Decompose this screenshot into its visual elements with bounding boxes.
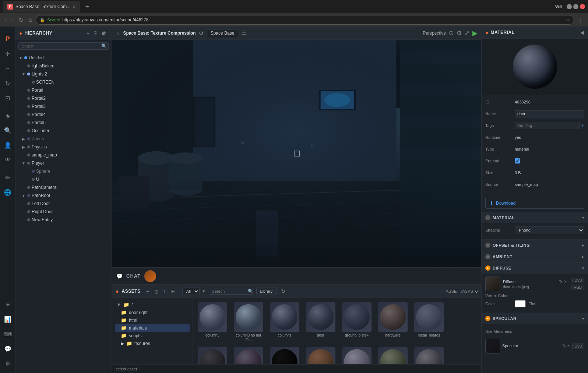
- address-bar[interactable]: 🔒 Secure https://playcanvas.com/editor/s…: [36, 15, 574, 25]
- eye-button[interactable]: 👁: [1, 153, 14, 166]
- tree-item-leftdoor[interactable]: Left Door: [15, 200, 112, 208]
- asset-door[interactable]: door: [304, 301, 337, 343]
- specular-remove-button[interactable]: ×: [567, 343, 570, 348]
- expand-icon-textures[interactable]: ▶: [121, 341, 124, 346]
- tree-item-zones[interactable]: ▶ Zones: [15, 135, 112, 143]
- name-input[interactable]: [515, 110, 584, 117]
- rotate-tool-button[interactable]: ↻: [1, 77, 14, 90]
- tags-input[interactable]: [515, 122, 580, 129]
- chat-side-button[interactable]: 💬: [1, 342, 14, 355]
- tree-item-sphere[interactable]: Sphere: [15, 167, 112, 175]
- asset-monitor[interactable]: monitor: [196, 346, 229, 364]
- viewport[interactable]: ≡ □: [112, 40, 481, 267]
- assets-delete-button[interactable]: 🗑: [152, 288, 161, 295]
- refresh-assets-button[interactable]: ↻: [279, 288, 287, 295]
- assets-search-input[interactable]: [209, 288, 253, 295]
- asset-columns[interactable]: columns: [268, 301, 301, 343]
- tree-item-portal2[interactable]: Portal2: [15, 94, 112, 102]
- settings-side-button[interactable]: ⚙: [1, 357, 14, 370]
- specular-section-header[interactable]: ● SPECULAR ▾: [482, 313, 588, 324]
- hierarchy-copy-button[interactable]: ⎘: [92, 29, 98, 37]
- specular-uv-badge[interactable]: UV0: [572, 344, 584, 349]
- expand-icon[interactable]: ▼: [21, 161, 26, 165]
- user-button[interactable]: 👤: [1, 138, 14, 152]
- assets-filter-select[interactable]: All: [182, 288, 200, 295]
- play-button[interactable]: ▶: [472, 29, 478, 37]
- select-tool-button[interactable]: ✛: [1, 47, 14, 60]
- color-swatch[interactable]: [515, 300, 526, 307]
- extensions-button[interactable]: ⋮: [576, 16, 585, 24]
- folder-door-right[interactable]: 📁 door right: [115, 309, 190, 316]
- offset-section-header[interactable]: ○ OFFSET & TILING ▸: [482, 239, 588, 251]
- tree-item-rightdoor[interactable]: Right Door: [15, 208, 112, 216]
- forward-button[interactable]: ›: [10, 16, 15, 24]
- layers-button[interactable]: ◈: [1, 109, 14, 122]
- expand-icon[interactable]: ▶: [21, 137, 26, 141]
- paint-button[interactable]: ✏: [1, 171, 14, 184]
- playcanvas-logo-button[interactable]: P: [1, 32, 14, 46]
- folder-textures[interactable]: ▶ 📁 textures: [115, 339, 190, 347]
- asset-pipe[interactable]: pipe: [232, 346, 265, 364]
- home-button[interactable]: ⌂: [27, 16, 34, 24]
- folder-materials[interactable]: 📁 materials: [115, 324, 190, 332]
- bookmark-icon[interactable]: ☆: [566, 17, 570, 22]
- scene-menu-button[interactable]: ☰: [241, 29, 246, 36]
- asset-hardware[interactable]: hardware: [376, 301, 409, 343]
- asset-plates4[interactable]: plates4: [412, 346, 446, 364]
- back-button[interactable]: ‹: [3, 16, 8, 24]
- asset-plate4[interactable]: plate4: [340, 346, 373, 364]
- render-settings-button[interactable]: ⚙: [457, 29, 462, 36]
- tree-item-lights2[interactable]: ▼ Lights 2: [15, 70, 112, 78]
- expand-icon[interactable]: ▼: [21, 193, 26, 198]
- assets-add-button[interactable]: +: [145, 288, 151, 295]
- code-button[interactable]: ⌨: [1, 327, 14, 341]
- tree-item-screen[interactable]: SCREEN: [15, 78, 112, 86]
- tree-item-samplemap[interactable]: sample_map: [15, 151, 112, 159]
- search-button[interactable]: 🔍: [1, 124, 14, 137]
- tree-item-newentity[interactable]: New Entity: [15, 216, 112, 224]
- asset-column3norm[interactable]: column3 no norm...: [232, 301, 265, 343]
- scale-tool-button[interactable]: ⊡: [1, 91, 14, 105]
- home-icon[interactable]: ⌂: [116, 30, 119, 36]
- tree-item-pathcamera[interactable]: PathCamera: [15, 183, 112, 191]
- tree-item-portal3[interactable]: Portal3: [15, 102, 112, 110]
- folder-root[interactable]: ▼ 📁 /: [115, 301, 190, 309]
- hierarchy-delete-button[interactable]: 🗑: [100, 29, 108, 37]
- shading-select[interactable]: Phong: [515, 226, 584, 234]
- expand-icon[interactable]: ▶: [21, 145, 26, 149]
- asset-pipes2[interactable]: pipes2: [304, 346, 337, 364]
- inspector-collapse-button[interactable]: ◀: [580, 29, 584, 35]
- material-section-header[interactable]: MATERIAL ▾: [482, 212, 588, 223]
- tree-item-untitled[interactable]: ▼ Untitled: [15, 54, 112, 62]
- diffuse-section-header[interactable]: ● DIFFUSE ▾: [482, 262, 588, 274]
- scene-settings-button[interactable]: ⚙: [199, 30, 204, 36]
- tree-item-ui[interactable]: UI: [15, 175, 112, 183]
- expand-icon[interactable]: ▼: [18, 56, 23, 60]
- asset-plates3[interactable]: plates3: [376, 346, 409, 364]
- expand-icon[interactable]: ▼: [21, 72, 26, 76]
- camera-settings-button[interactable]: ⊙: [449, 29, 454, 36]
- specular-edit-button[interactable]: ✎: [562, 343, 566, 348]
- folder-html[interactable]: 📁 html: [115, 316, 190, 324]
- browser-tab[interactable]: P Space Base: Texture Com... ×: [3, 1, 80, 13]
- minimize-button[interactable]: −: [567, 4, 572, 9]
- graph-button[interactable]: 📊: [1, 313, 14, 326]
- globe-button[interactable]: 🌐: [1, 186, 14, 199]
- tree-item-occluder[interactable]: Occluder: [15, 127, 112, 135]
- close-button[interactable]: ×: [580, 4, 585, 9]
- tree-item-portal5[interactable]: Portal5: [15, 119, 112, 127]
- asset-column3[interactable]: column3: [196, 301, 229, 343]
- assets-grid-button[interactable]: ⊞: [169, 288, 176, 295]
- uv-badge[interactable]: UV0: [572, 278, 584, 283]
- tree-item-portal4[interactable]: Portal4: [15, 110, 112, 119]
- folder-scripts[interactable]: 📁 scripts: [115, 332, 190, 339]
- tree-item-physics[interactable]: ▶ Physics: [15, 143, 112, 151]
- hierarchy-add-button[interactable]: +: [85, 29, 91, 37]
- tree-item-pathroot[interactable]: ▼ PathRoot: [15, 191, 112, 200]
- refresh-button[interactable]: ↻: [17, 16, 25, 24]
- maximize-button[interactable]: □: [573, 4, 578, 9]
- move-tool-button[interactable]: ↔: [1, 62, 14, 75]
- library-button[interactable]: Library: [256, 288, 277, 295]
- new-tab-button[interactable]: +: [83, 3, 91, 11]
- hierarchy-search-input[interactable]: [18, 42, 109, 50]
